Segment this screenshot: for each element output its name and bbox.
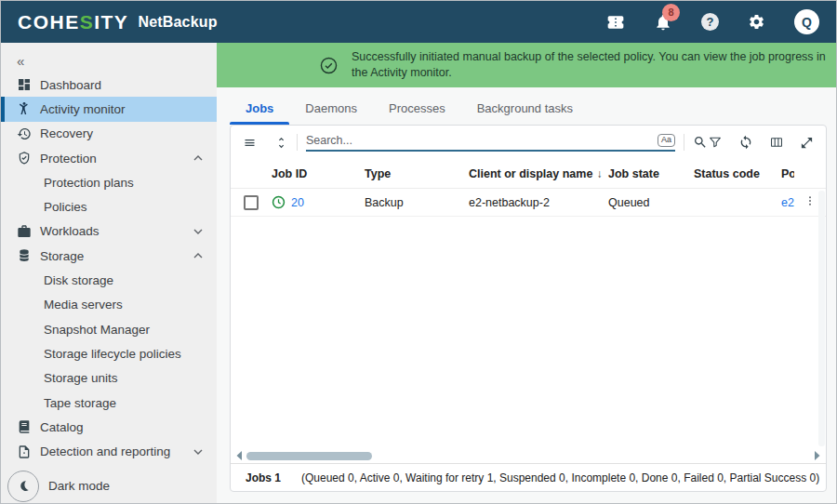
license-ticket-icon[interactable] [606, 13, 625, 32]
sidebar-item-label: Storage [40, 249, 84, 263]
tab-jobs[interactable]: Jobs [230, 101, 289, 125]
sidebar-item-label: Protection plans [44, 176, 134, 190]
sidebar-item-label: Snapshot Manager [44, 323, 150, 337]
tab-processes[interactable]: Processes [373, 101, 461, 125]
sidebar-item-label: Catalog [40, 420, 84, 434]
help-icon[interactable]: ? [701, 13, 719, 31]
dark-mode-label: Dark mode [48, 479, 110, 493]
tab-background-tasks[interactable]: Background tasks [461, 101, 589, 125]
column-header-job-id[interactable]: Job ID [272, 167, 365, 180]
row-checkbox[interactable] [244, 195, 259, 210]
sort-descending-icon: ↓ [596, 167, 602, 180]
sidebar-item-media-servers[interactable]: Media servers [1, 293, 217, 317]
refresh-icon[interactable] [738, 135, 753, 150]
sidebar-item-catalog[interactable]: Catalog [1, 415, 217, 439]
sidebar-item-label: Policies [44, 200, 87, 214]
user-avatar[interactable]: Q [794, 9, 819, 34]
policy-link[interactable]: e2 [781, 196, 794, 209]
match-case-button[interactable]: Aa [658, 134, 675, 147]
search-field: Aa [306, 134, 675, 152]
search-icon[interactable] [693, 135, 708, 150]
jobs-table-card: Aa Job ID Type Clie [230, 125, 827, 492]
dark-mode-toggle[interactable]: Dark mode [1, 471, 217, 502]
sidebar-item-storage[interactable]: Storage [1, 244, 217, 268]
chevron-down-icon [193, 449, 203, 455]
success-banner: Successfully initiated manual backup of … [217, 43, 836, 87]
workloads-briefcase-icon [16, 223, 33, 240]
column-header-type[interactable]: Type [365, 167, 469, 180]
table-row[interactable]: 20 Backup e2-netbackup-2 Queued e2 [231, 189, 826, 217]
activity-monitor-icon [16, 100, 33, 117]
settings-gear-icon[interactable] [748, 13, 765, 31]
detection-report-icon [16, 444, 33, 460]
horizontal-scrollbar-thumb[interactable] [246, 452, 372, 460]
vertical-scrollbar[interactable] [818, 191, 825, 446]
column-header-status-code[interactable]: Status code [694, 167, 781, 180]
sidebar-item-recovery[interactable]: Recovery [1, 122, 217, 146]
sidebar-item-label: Storage lifecycle policies [44, 347, 181, 361]
sidebar-item-workloads[interactable]: Workloads [1, 219, 217, 244]
sidebar-item-label: Tape storage [44, 396, 116, 410]
column-header-job-state[interactable]: Job state [608, 167, 694, 180]
column-header-client[interactable]: Client or display name ↓ [469, 167, 608, 180]
expand-fullscreen-icon[interactable] [800, 136, 814, 150]
brand-suffix: ITY [94, 11, 128, 33]
tab-daemons[interactable]: Daemons [289, 101, 373, 125]
search-input[interactable] [306, 134, 652, 147]
scroll-left-icon[interactable] [235, 450, 243, 461]
product-name: NetBackup [138, 14, 217, 31]
queued-clock-icon [272, 195, 286, 209]
jobs-summary-bar: Jobs 1 (Queued 0, Active 0, Waiting for … [231, 463, 826, 491]
sidebar-item-storage-lifecycle-policies[interactable]: Storage lifecycle policies [1, 341, 217, 365]
table-header-row: Job ID Type Client or display name ↓ Job… [231, 159, 826, 189]
sidebar-item-storage-units[interactable]: Storage units [1, 366, 217, 391]
sidebar-item-detection-and-reporting[interactable]: Detection and reporting [1, 439, 217, 463]
jobs-count: Jobs 1 [246, 471, 281, 484]
sidebar-item-label: Recovery [40, 126, 93, 140]
table-empty-area [231, 217, 826, 448]
sidebar-item-label: Dashboard [40, 78, 101, 92]
columns-icon[interactable] [769, 135, 784, 150]
sidebar-item-policies[interactable]: Policies [1, 194, 217, 219]
sidebar-item-protection[interactable]: Protection [1, 146, 217, 170]
top-bar: COHESITY NetBackup 8 ? Q [1, 1, 836, 43]
scroll-right-icon[interactable] [814, 450, 821, 461]
storage-database-icon [16, 247, 33, 264]
horizontal-scrollbar [231, 448, 826, 463]
sidebar-item-dashboard[interactable]: Dashboard [1, 73, 217, 97]
chevron-up-icon [193, 253, 203, 259]
collapse-chevrons-icon: « [17, 53, 24, 69]
row-actions-kebab-icon[interactable] [804, 193, 817, 211]
banner-message: Successfully initiated manual backup of … [352, 49, 836, 82]
activity-tabs: Jobs Daemons Processes Background tasks [217, 87, 836, 125]
brand-s: S [80, 11, 95, 33]
catalog-book-icon [16, 418, 33, 435]
column-header-policy[interactable]: Po [781, 167, 794, 180]
sidebar-item-tape-storage[interactable]: Tape storage [1, 391, 217, 415]
notifications-bell-icon[interactable]: 8 [654, 13, 672, 32]
filter-icon[interactable] [708, 135, 723, 150]
sidebar-item-disk-storage[interactable]: Disk storage [1, 268, 217, 292]
check-circle-icon [319, 56, 339, 75]
toolbar-divider [265, 134, 266, 151]
toolbar-divider [684, 134, 684, 151]
sidebar-collapse-button[interactable]: « [1, 48, 217, 73]
cohesity-logo: COHESITY [18, 11, 128, 33]
job-id-link[interactable]: 20 [291, 196, 304, 209]
sidebar-item-protection-plans[interactable]: Protection plans [1, 170, 217, 194]
job-state-cell: Queued [608, 196, 694, 209]
list-view-icon[interactable] [243, 136, 257, 150]
unfold-sort-icon[interactable] [274, 136, 288, 150]
chevron-down-icon [193, 229, 203, 234]
main-content: Successfully initiated manual backup of … [217, 43, 836, 504]
sidebar-item-label: Protection [40, 152, 97, 166]
moon-icon [7, 471, 39, 502]
sidebar-item-label: Detection and reporting [40, 444, 170, 458]
sidebar-item-activity-monitor[interactable]: Activity monitor [1, 97, 217, 121]
sidebar-item-label: Media servers [44, 298, 123, 312]
dashboard-icon [16, 76, 33, 93]
sidebar-item-snapshot-manager[interactable]: Snapshot Manager [1, 317, 217, 341]
recovery-restore-icon [16, 126, 33, 142]
sidebar-item-label: Activity monitor [40, 102, 126, 116]
protection-shield-icon [16, 150, 33, 166]
